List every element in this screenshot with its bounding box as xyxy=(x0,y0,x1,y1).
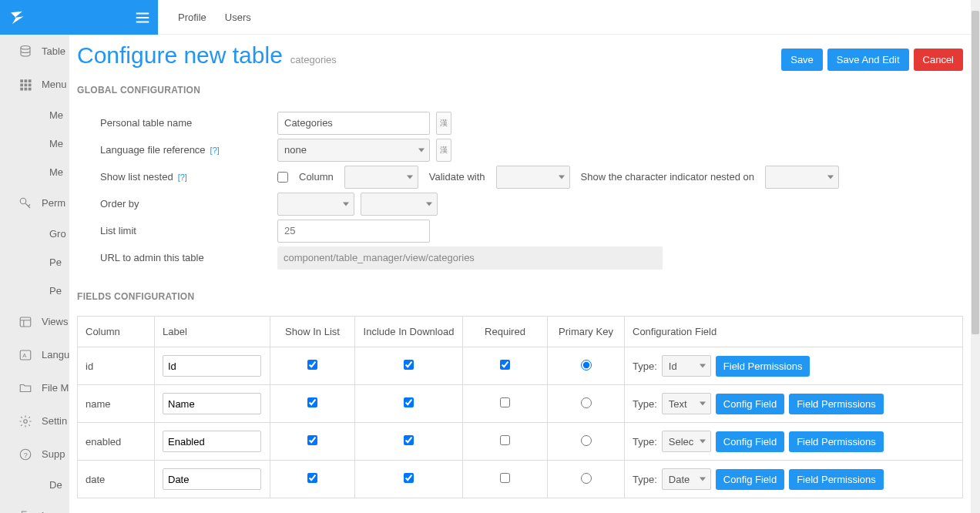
sidebar-item-language[interactable]: A Langu xyxy=(0,338,69,371)
svg-rect-11 xyxy=(20,317,31,327)
th-required: Required xyxy=(463,317,548,347)
config-field-button[interactable]: Config Field xyxy=(716,469,784,490)
order-by-dir-select[interactable] xyxy=(361,193,438,216)
key-icon xyxy=(18,196,32,210)
field-column: date xyxy=(78,461,155,498)
sidebar-item-menu[interactable]: Menu xyxy=(0,68,69,101)
field-type-select[interactable]: Id xyxy=(662,355,711,377)
svg-text:?: ? xyxy=(24,451,28,458)
sidebar-sub-item[interactable]: Me xyxy=(0,129,69,158)
translate-button[interactable]: 漢 xyxy=(436,139,451,162)
hamburger-icon xyxy=(134,9,151,26)
sidebar-label: Langu xyxy=(42,349,69,360)
cancel-button[interactable]: Cancel xyxy=(914,49,963,71)
sidebar-sub-item[interactable]: Me xyxy=(0,101,69,129)
app-logo[interactable] xyxy=(0,0,127,35)
field-type-select[interactable]: Text xyxy=(662,393,711,414)
field-download-checkbox[interactable] xyxy=(404,473,414,483)
sidebar-item-table[interactable]: Table xyxy=(0,35,69,68)
sidebar-item-views[interactable]: Views xyxy=(0,305,69,338)
sidebar-sub-item[interactable]: Pe xyxy=(0,248,69,277)
lang-ref-select[interactable]: none xyxy=(277,139,430,162)
translate-button[interactable]: 漢 xyxy=(436,112,451,135)
field-required-checkbox[interactable] xyxy=(500,435,510,445)
database-icon xyxy=(18,45,32,59)
config-field-button[interactable]: Config Field xyxy=(716,431,784,452)
sidebar-label: Table xyxy=(42,45,65,57)
page-title: Configure new table xyxy=(77,42,283,69)
svg-rect-5 xyxy=(25,83,28,86)
field-pk-radio[interactable] xyxy=(581,435,592,446)
field-pk-radio[interactable] xyxy=(581,473,592,484)
sidebar-sub-item[interactable]: Gro xyxy=(0,220,69,248)
nav-users[interactable]: Users xyxy=(216,12,260,23)
sidebar-label: Settin xyxy=(42,415,67,427)
sidebar-item-permissions[interactable]: Perm xyxy=(0,186,69,220)
field-permissions-button[interactable]: Field Permissions xyxy=(716,356,811,377)
field-permissions-button[interactable]: Field Permissions xyxy=(789,431,884,452)
help-icon[interactable]: [?] xyxy=(210,146,220,155)
list-limit-label: List limit xyxy=(100,225,277,236)
table-row: enabledType:SelectConfig FieldField Perm… xyxy=(78,423,963,461)
field-pk-radio[interactable] xyxy=(581,397,592,408)
th-label: Label xyxy=(155,317,270,347)
scrollbar[interactable] xyxy=(971,0,980,513)
menu-toggle-button[interactable] xyxy=(127,0,158,35)
save-button[interactable]: Save xyxy=(781,49,823,71)
validate-with-select[interactable] xyxy=(496,166,570,189)
sidebar-sub-item[interactable]: Me xyxy=(0,158,69,186)
table-row: dateType:DateConfig FieldField Permissio… xyxy=(78,461,963,498)
field-column: id xyxy=(78,347,155,385)
global-config-heading: GLOBAL CONFIGURATION xyxy=(77,85,963,96)
show-nested-checkbox[interactable] xyxy=(277,172,288,183)
scrollbar-thumb[interactable] xyxy=(972,11,979,334)
svg-point-0 xyxy=(21,45,30,49)
th-download: Include In Download xyxy=(355,317,463,347)
personal-table-name-input[interactable] xyxy=(277,112,430,135)
field-download-checkbox[interactable] xyxy=(404,397,414,407)
url-label: URL to admin this table xyxy=(100,252,277,263)
sidebar-item-logout[interactable]: Logou xyxy=(0,499,69,513)
fields-table: Column Label Show In List Include In Dow… xyxy=(77,316,963,498)
field-permissions-button[interactable]: Field Permissions xyxy=(789,469,884,490)
field-label-input[interactable] xyxy=(163,431,261,452)
field-label-input[interactable] xyxy=(163,468,261,490)
field-show-checkbox[interactable] xyxy=(307,397,317,407)
help-icon[interactable]: [?] xyxy=(178,173,187,182)
config-field-button[interactable]: Config Field xyxy=(716,394,784,414)
views-icon xyxy=(18,315,32,329)
sidebar-sub-item[interactable]: Pe xyxy=(0,277,69,305)
sidebar-label: Views xyxy=(42,316,68,327)
list-limit-input[interactable] xyxy=(277,220,430,243)
sidebar-label: File M xyxy=(42,382,69,394)
order-by-label: Order by xyxy=(100,198,277,210)
field-show-checkbox[interactable] xyxy=(307,360,317,370)
field-pk-radio[interactable] xyxy=(581,360,592,370)
field-type-select[interactable]: Select xyxy=(662,431,711,452)
field-download-checkbox[interactable] xyxy=(404,360,414,370)
save-and-edit-button[interactable]: Save And Edit xyxy=(827,49,909,71)
th-column: Column xyxy=(78,317,155,347)
folder-icon xyxy=(18,381,32,395)
nav-profile[interactable]: Profile xyxy=(169,12,216,23)
field-label-input[interactable] xyxy=(163,393,261,414)
field-download-checkbox[interactable] xyxy=(404,435,414,445)
th-show: Show In List xyxy=(270,317,355,347)
type-label: Type: xyxy=(633,436,657,448)
sidebar-item-support[interactable]: ? Supp xyxy=(0,438,69,471)
sidebar-sub-item[interactable]: De xyxy=(0,471,69,499)
show-char-select[interactable] xyxy=(765,166,839,189)
field-permissions-button[interactable]: Field Permissions xyxy=(789,394,884,414)
field-show-checkbox[interactable] xyxy=(307,435,317,445)
svg-rect-4 xyxy=(20,83,23,86)
field-label-input[interactable] xyxy=(163,355,261,377)
field-type-select[interactable]: Date xyxy=(662,468,711,490)
field-show-checkbox[interactable] xyxy=(307,473,317,483)
order-by-field-select[interactable] xyxy=(277,193,354,216)
field-required-checkbox[interactable] xyxy=(500,397,510,407)
field-required-checkbox[interactable] xyxy=(500,360,510,370)
field-required-checkbox[interactable] xyxy=(500,473,510,483)
column-select[interactable] xyxy=(344,166,418,189)
sidebar-item-settings[interactable]: Settin xyxy=(0,404,69,438)
sidebar-item-file-manager[interactable]: File M xyxy=(0,371,69,404)
